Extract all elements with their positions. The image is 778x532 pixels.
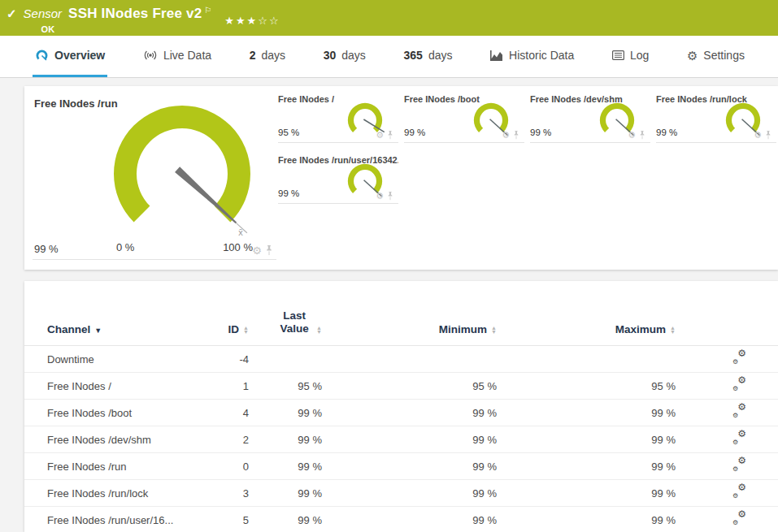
channel-name: Free INodes /run/lock [47,487,193,500]
pin-icon[interactable] [387,192,393,201]
channel-name: Downtime [47,353,193,365]
gauge-icon [35,49,49,63]
tab-label: Overview [54,49,105,62]
gear-icon[interactable]: ⚙ [252,245,262,256]
tab-historic-data[interactable]: Historic Data [488,36,576,77]
gauge-tile-run-user[interactable]: Free INodes /run/user/16342... 99 % ⚙ [278,152,398,204]
gauge-tile-dev-shm[interactable]: Free INodes /dev/shm 99 % ⚙ [530,91,650,143]
tab-number: 365 [404,49,423,62]
gauge-value: 99 % [404,128,425,137]
tab-number: 2 [250,49,256,62]
tab-365-days[interactable]: 365 days [402,36,455,77]
historic-data-icon [490,50,503,61]
sort-icon: ▲▼ [491,326,497,335]
table-row: Free INodes /run/lock 3 99 % 99 % 99 % ⚙… [24,480,778,507]
channel-name: Free INodes /run/user/16... [47,514,193,526]
object-kind-label: Sensor [24,6,63,20]
table-row: Free INodes / 1 95 % 95 % 95 % ⚙⚙ [24,373,778,400]
gauge-axis-labels: 0 % 100 % [116,241,253,253]
column-header-channel[interactable]: Channel ▼ [47,323,193,335]
gauge-value: 99 % [278,188,299,198]
gear-icon[interactable]: ⚙ [376,192,384,201]
gear-icon: ⚙ [687,50,698,62]
minimum-value: 99 % [472,514,497,526]
channel-settings-icon[interactable]: ⚙⚙ [732,458,746,472]
page-title: SSH INodes Free v2 [68,6,202,22]
maximum-value: 99 % [651,434,676,446]
live-data-icon [143,50,158,61]
channel-id: 1 [243,380,249,392]
sort-icon: ▲▼ [243,326,249,335]
channel-id: 3 [243,487,249,500]
gear-icon[interactable]: ⚙ [628,131,636,140]
tab-settings[interactable]: ⚙ Settings [685,36,747,77]
channel-settings-icon[interactable]: ⚙⚙ [732,404,746,418]
tab-overview[interactable]: Overview [33,36,107,77]
table-header-row: Channel ▼ ID ▲▼ Last Value ▲▼ Minimum ▲▼… [24,294,778,346]
maximum-value: 95 % [651,380,676,392]
last-value: 99 % [298,487,322,500]
minimum-value: 95 % [472,380,497,392]
pin-icon[interactable] [765,131,771,140]
maximum-value: 99 % [651,514,676,526]
column-header-minimum[interactable]: Minimum ▲▼ [322,323,497,335]
pin-icon[interactable] [639,131,645,140]
channel-id: -4 [239,353,249,365]
gauge-tile-root[interactable]: Free INodes / 95 % ⚙ [278,91,398,143]
tab-label: days [428,49,453,62]
tab-label: days [262,49,286,62]
gauge-value: 99 % [530,128,551,137]
mean-marker: x̄ [238,227,243,237]
channel-name: Free INodes / [47,380,193,392]
gauge-value: 95 % [278,128,299,137]
gear-icon[interactable]: ⚙ [376,131,384,140]
tab-2-days[interactable]: 2 days [247,36,288,77]
last-value: 99 % [298,514,322,526]
minimum-value: 99 % [472,434,497,446]
pin-icon[interactable] [265,245,273,256]
channel-settings-icon[interactable]: ⚙⚙ [732,378,746,391]
minimum-value: 99 % [472,461,497,473]
column-header-id[interactable]: ID ▲▼ [193,323,249,335]
gear-icon[interactable]: ⚙ [754,131,762,140]
last-value: 99 % [298,461,322,473]
pin-icon[interactable] [513,131,519,140]
tab-label: Settings [703,49,745,62]
gear-icon[interactable]: ⚙ [502,131,510,140]
tab-30-days[interactable]: 30 days [321,36,368,77]
gauge-tile-boot[interactable]: Free INodes /boot 99 % ⚙ [404,91,524,143]
table-row: Free INodes /dev/shm 2 99 % 99 % 99 % ⚙⚙ [24,426,778,453]
channel-settings-icon[interactable]: ⚙⚙ [732,351,746,365]
priority-flag-icon[interactable]: ⚐ [204,6,211,15]
tab-log[interactable]: Log [610,36,651,77]
channel-settings-icon[interactable]: ⚙⚙ [732,431,746,445]
gauge-value: 99 % [656,128,677,137]
channel-name: Free INodes /run [47,461,193,473]
last-value: 99 % [298,407,322,419]
minimum-value: 99 % [472,407,497,419]
star-rating[interactable]: ★★★☆☆ [224,15,280,27]
sensor-title-block: Sensor SSH INodes Free v2 ⚐ OK [24,6,212,34]
channel-settings-icon[interactable]: ⚙⚙ [732,485,746,499]
channel-name: Free INodes /dev/shm [47,434,193,446]
column-header-maximum[interactable]: Maximum ▲▼ [497,323,676,335]
channel-id: 2 [243,434,249,446]
column-header-last-value[interactable]: Last Value ▲▼ [249,309,322,335]
sort-desc-icon: ▼ [94,326,102,335]
channel-settings-icon[interactable]: ⚙⚙ [732,512,746,526]
tab-label: Log [630,49,649,62]
pin-icon[interactable] [387,131,393,140]
minimum-value: 99 % [472,487,497,500]
tab-live-data[interactable]: Live Data [141,36,214,77]
gauge-tile-run-lock[interactable]: Free INodes /run/lock 99 % ⚙ [656,91,776,143]
table-row: Free INodes /boot 4 99 % 99 % 99 % ⚙⚙ [24,400,778,426]
tab-number: 30 [324,49,337,62]
last-value: 99 % [298,434,322,446]
gauge-min-label: 0 % [116,241,134,253]
maximum-value: 99 % [651,487,676,500]
small-gauges-grid: Free INodes / 95 % ⚙ Free INodes /boot [278,91,778,213]
sensor-header: ✓ Sensor SSH INodes Free v2 ⚐ OK ★★★☆☆ [0,0,778,36]
last-value: 95 % [298,380,322,392]
sort-icon: ▲▼ [670,326,676,335]
tab-label: Historic Data [509,49,574,62]
